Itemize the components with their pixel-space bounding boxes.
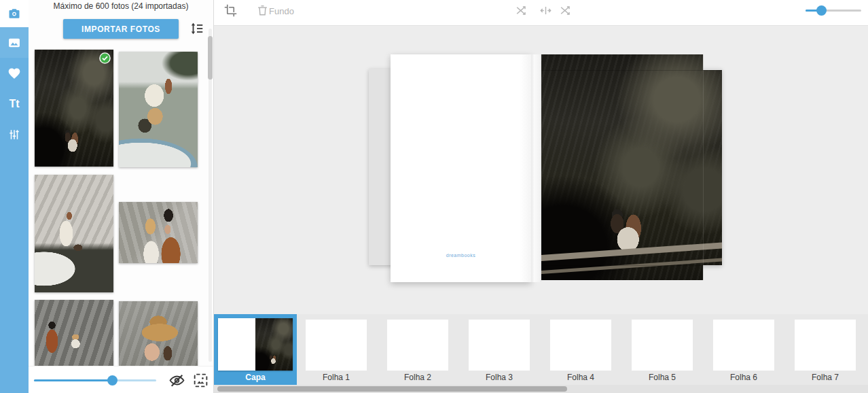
filmstrip-page-label[interactable]: Folha 5 <box>621 373 703 382</box>
filmstrip-page-capa[interactable]: Capa <box>214 314 297 385</box>
rail-item-camera[interactable] <box>0 0 29 27</box>
filmstrip-page-label[interactable]: Folha 3 <box>458 373 540 382</box>
trim-guide <box>541 265 722 266</box>
filmstrip-page-label[interactable]: Folha 6 <box>703 373 784 382</box>
heart-icon <box>7 67 21 80</box>
rail-item-favorites[interactable] <box>0 58 29 88</box>
adjustments-icon <box>8 129 20 141</box>
capa-thumbnail-photo <box>255 318 293 371</box>
railing-shape <box>541 258 722 275</box>
filmstrip-page-folha-2[interactable] <box>387 320 448 371</box>
photo-thumbnail[interactable] <box>35 175 113 292</box>
sort-order-icon[interactable] <box>189 21 204 36</box>
thumbnail-zoom-slider-track[interactable] <box>34 379 156 381</box>
hide-used-photos-button[interactable] <box>168 372 185 389</box>
filmstrip-page-folha-7[interactable] <box>795 320 856 371</box>
photobook-editor: Tt Máximo de 600 fotos (24 importadas) I… <box>0 0 868 393</box>
photo-thumbnail[interactable] <box>119 301 198 366</box>
shuffle-photos-icon[interactable] <box>559 4 572 17</box>
filmstrip-page-label: Capa <box>214 373 297 382</box>
canvas-toolbar: Fundo <box>214 0 868 26</box>
photo-thumbnail[interactable] <box>35 50 113 167</box>
background-button-label[interactable]: Fundo <box>269 6 294 16</box>
panel-scrollbar-thumb[interactable] <box>208 36 213 80</box>
crop-icon[interactable] <box>224 4 237 17</box>
rail-item-photos[interactable] <box>0 27 29 58</box>
filmstrip-page-folha-1[interactable] <box>306 320 367 371</box>
back-cover-page[interactable] <box>391 54 531 282</box>
filmstrip-page-label[interactable]: Folha 1 <box>295 373 377 382</box>
photo-thumbnail[interactable] <box>119 202 198 263</box>
filmstrip-page-folha-6[interactable] <box>713 320 774 371</box>
brand-logo-text: dreambooks <box>391 253 531 258</box>
filmstrip-page-label[interactable]: Folha 2 <box>377 373 458 382</box>
rail-item-adjustments[interactable] <box>0 119 29 150</box>
shuffle-layout-icon[interactable] <box>515 4 528 17</box>
import-photos-button[interactable]: IMPORTAR FOTOS <box>63 19 179 39</box>
panel-footer <box>29 366 213 393</box>
trim-guide <box>541 70 722 71</box>
thumbnail-zoom-slider-fill <box>34 379 117 381</box>
pages-filmstrip: Capa Folha 1 Folha 2 Folha 3 Folha 4 Fol… <box>214 314 868 385</box>
rail-tabs: Tt <box>0 27 29 393</box>
filmstrip-page-folha-3[interactable] <box>469 320 530 371</box>
image-placeholder-button[interactable] <box>192 372 209 389</box>
left-rail: Tt <box>0 0 29 393</box>
cover-spine <box>531 54 541 282</box>
photo-thumbnail[interactable] <box>119 52 198 167</box>
filmstrip-page-label[interactable]: Folha 7 <box>784 373 866 382</box>
filmstrip-page-label[interactable]: Folha 4 <box>540 373 621 382</box>
used-check-badge-icon <box>99 52 111 64</box>
swap-pages-icon[interactable] <box>539 4 552 17</box>
filmstrip-scrollbar-track[interactable] <box>214 385 868 393</box>
photos-icon <box>7 36 21 50</box>
camera-icon <box>7 7 21 20</box>
text-icon: Tt <box>9 98 19 110</box>
background-trash-icon[interactable] <box>256 4 269 17</box>
filmstrip-scrollbar-thumb[interactable] <box>217 386 567 392</box>
book-canvas[interactable]: dreambooks <box>214 26 868 314</box>
rail-item-text[interactable]: Tt <box>0 88 29 119</box>
canvas-zoom-slider-thumb[interactable] <box>816 5 827 16</box>
filmstrip-page-folha-4[interactable] <box>550 320 611 371</box>
capa-thumbnail <box>218 318 293 371</box>
thumbnail-zoom-slider-thumb[interactable] <box>107 375 117 386</box>
photo-limit-text: Máximo de 600 fotos (24 importadas) <box>29 1 213 11</box>
railing-shape <box>541 242 722 261</box>
canvas-zoom-slider-track[interactable] <box>806 10 861 12</box>
photo-panel: Máximo de 600 fotos (24 importadas) IMPO… <box>29 0 214 393</box>
filmstrip-page-folha-5[interactable] <box>632 320 693 371</box>
photo-thumbnail[interactable] <box>35 300 113 366</box>
bleed-guide <box>703 54 704 280</box>
front-cover-photo[interactable] <box>541 54 722 280</box>
